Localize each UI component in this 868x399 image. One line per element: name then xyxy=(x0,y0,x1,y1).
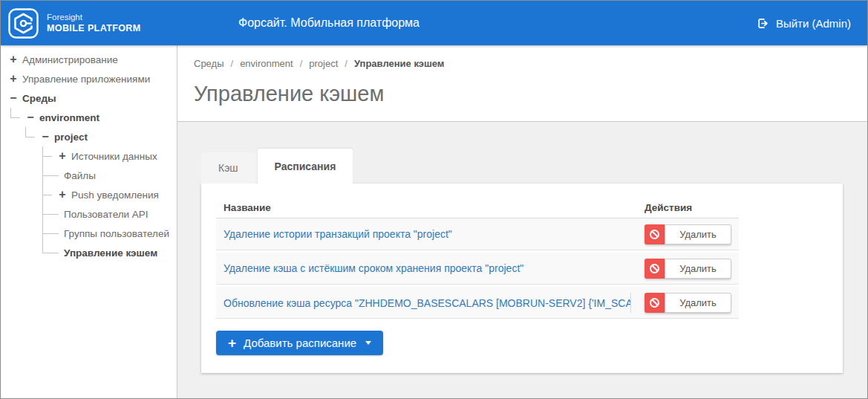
chevron-down-icon xyxy=(365,341,371,345)
add-schedule-button[interactable]: + Добавить расписание xyxy=(216,331,383,355)
tree-connector xyxy=(42,204,61,224)
sidebar-item-пользователи-api[interactable]: Пользователи API xyxy=(1,204,177,224)
schedule-link[interactable]: Обновление кэша ресурса "ZHHDEMO_BASESCA… xyxy=(223,297,631,309)
schedule-name-cell: Обновление кэша ресурса "ZHHDEMO_BASESCA… xyxy=(223,293,631,313)
tree-connector xyxy=(42,185,54,204)
actions-cell: Удалить xyxy=(645,259,731,279)
delete-button[interactable]: Удалить xyxy=(665,224,731,244)
add-schedule-label: Добавить расписание xyxy=(244,337,356,349)
breadcrumb-separator: / xyxy=(345,58,347,69)
sidebar-item-label: Администрирование xyxy=(22,54,118,65)
schedule-name-cell: Удаление истории транзакций проекта "pro… xyxy=(223,227,631,241)
main-layout: +Администрирование+Управление приложения… xyxy=(1,45,867,398)
schedules-card: Название Действия Удаление истории транз… xyxy=(201,184,843,373)
tabs: КэшРасписания xyxy=(201,149,867,184)
sidebar-item-управление-приложениями[interactable]: +Управление приложениями xyxy=(1,69,177,88)
sidebar-item-label: Среды xyxy=(22,93,56,104)
sidebar-tree: +Администрирование+Управление приложения… xyxy=(1,45,177,398)
schedule-link[interactable]: Удаление кэша с истёкшим сроком хранения… xyxy=(223,262,523,274)
tab-region: КэшРасписания Название Действия Удаление… xyxy=(177,122,867,373)
sidebar-item-label: Управление приложениями xyxy=(22,74,150,85)
sidebar-item-label: Push уведомления xyxy=(71,189,159,201)
sidebar-item-управление-кэшем[interactable]: Управление кэшем xyxy=(1,243,177,262)
delete-button[interactable]: Удалить xyxy=(665,293,731,313)
expand-plus-icon[interactable]: + xyxy=(57,189,68,200)
column-header-actions: Действия xyxy=(645,202,731,213)
breadcrumb-separator: / xyxy=(231,58,234,69)
app-logo[interactable]: Foresight MOBILE PLATFORM xyxy=(8,8,141,39)
expand-plus-icon[interactable]: + xyxy=(8,54,19,65)
column-header-name: Название xyxy=(223,202,645,213)
app-title: Форсайт. Мобильная платформа xyxy=(238,16,420,30)
logout-label: Выйти (Admin) xyxy=(776,17,851,30)
page-header-band: Среды/environment/project/Управление кэш… xyxy=(177,45,867,122)
collapse-minus-icon[interactable]: − xyxy=(40,132,50,142)
ban-icon xyxy=(650,298,659,308)
delete-button[interactable]: Удалить xyxy=(665,259,731,279)
tree-connector xyxy=(42,166,61,185)
breadcrumb-link[interactable]: environment xyxy=(240,58,293,69)
sidebar-item-файлы[interactable]: Файлы xyxy=(1,166,177,185)
delete-icon-button[interactable] xyxy=(645,224,665,244)
sidebar-item-label: Пользователи API xyxy=(64,209,149,220)
breadcrumb-link[interactable]: project xyxy=(309,58,338,69)
sidebar-item-label: Группы пользователей xyxy=(64,228,169,239)
expand-plus-icon[interactable]: + xyxy=(57,151,68,161)
table-row: Удаление истории транзакций проекта "pro… xyxy=(216,218,739,250)
tree-connector xyxy=(25,127,37,146)
schedule-link[interactable]: Удаление истории транзакций проекта "pro… xyxy=(223,228,452,240)
delete-icon-button[interactable] xyxy=(645,293,665,313)
table-row: Удаление кэша с истёкшим сроком хранения… xyxy=(216,253,739,285)
breadcrumb: Среды/environment/project/Управление кэш… xyxy=(194,58,851,69)
sidebar-item-environment[interactable]: −environment xyxy=(1,108,177,127)
logo-text: Foresight MOBILE PLATFORM xyxy=(47,12,141,34)
expand-plus-icon[interactable]: + xyxy=(8,74,19,84)
ban-icon xyxy=(650,264,659,273)
sidebar-item-администрирование[interactable]: +Администрирование xyxy=(1,50,177,69)
tree-connector xyxy=(42,224,61,243)
breadcrumb-separator: / xyxy=(300,58,303,69)
tree-connector xyxy=(42,243,61,262)
schedule-name-cell: Удаление кэша с истёкшим сроком хранения… xyxy=(223,262,631,275)
sidebar-item-группы-пользователей[interactable]: Группы пользователей xyxy=(1,224,177,243)
logo-brand: Foresight xyxy=(47,12,141,23)
sidebar-item-label: environment xyxy=(39,112,99,123)
logo-product: MOBILE PLATFORM xyxy=(47,23,141,34)
sidebar-item-push-уведомления[interactable]: +Push уведомления xyxy=(1,185,177,204)
tab-inactive[interactable]: Кэш xyxy=(201,152,255,184)
sidebar-item-label: project xyxy=(54,132,88,143)
tree-connector xyxy=(10,108,22,127)
logout-icon xyxy=(757,17,769,30)
delete-icon-button[interactable] xyxy=(645,259,665,279)
breadcrumb-current: Управление кэшем xyxy=(354,58,444,69)
collapse-minus-icon[interactable]: − xyxy=(25,112,36,123)
sidebar-item-среды[interactable]: −Среды xyxy=(1,88,177,108)
actions-cell: Удалить xyxy=(645,293,731,313)
table-row: Обновление кэша ресурса "ZHHDEMO_BASESCA… xyxy=(216,287,739,319)
collapse-minus-icon[interactable]: − xyxy=(8,93,19,103)
breadcrumb-link[interactable]: Среды xyxy=(194,58,224,69)
actions-cell: Удалить xyxy=(645,224,731,244)
logout-button[interactable]: Выйти (Admin) xyxy=(757,17,851,30)
plus-icon: + xyxy=(228,336,236,350)
foresight-logo-icon xyxy=(8,8,39,39)
schedules-table: Название Действия Удаление истории транз… xyxy=(216,197,739,319)
sidebar-item-label: Файлы xyxy=(64,170,96,181)
sidebar-item-label: Источники данных xyxy=(71,151,157,162)
sidebar-item-источники-данных[interactable]: +Источники данных xyxy=(1,146,177,166)
sidebar-item-project[interactable]: −project xyxy=(1,127,177,146)
table-header-row: Название Действия xyxy=(216,197,739,218)
schedule-table-body: Удаление истории транзакций проекта "pro… xyxy=(216,218,739,319)
page-title: Управление кэшем xyxy=(194,82,851,106)
tree-connector xyxy=(42,146,54,166)
content-area: Среды/environment/project/Управление кэш… xyxy=(177,45,867,398)
ban-icon xyxy=(650,230,659,239)
sidebar-item-label: Управление кэшем xyxy=(64,247,157,259)
app-header: Foresight MOBILE PLATFORM Форсайт. Мобил… xyxy=(1,1,867,45)
tab-active[interactable]: Расписания xyxy=(258,149,353,184)
